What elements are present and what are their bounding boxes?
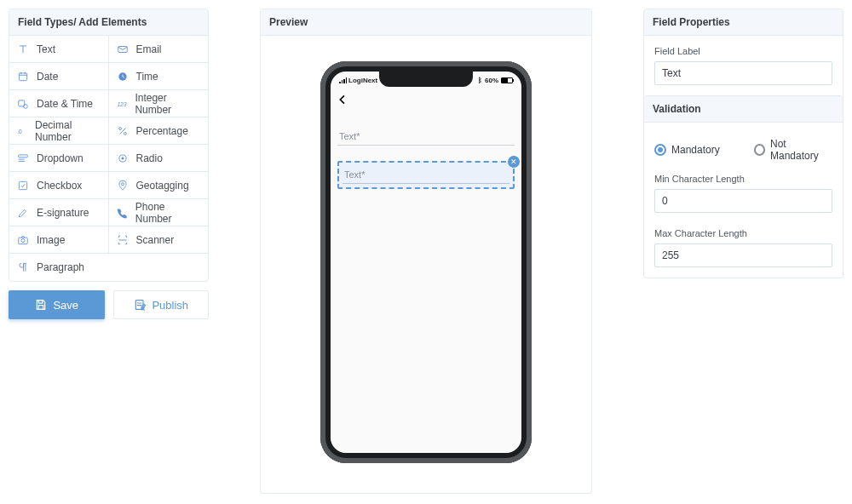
svg-point-7 — [118, 127, 121, 129]
calendar-icon — [16, 70, 30, 83]
min-length-caption: Min Character Length — [654, 174, 832, 184]
mandatory-radio[interactable]: Mandatory — [654, 144, 720, 156]
signature-icon — [16, 206, 30, 220]
camera-icon — [16, 233, 30, 247]
field-type-label: Email — [136, 43, 162, 55]
battery-icon — [501, 77, 513, 83]
email-icon — [116, 43, 130, 56]
field-type-radio[interactable]: Radio — [109, 145, 209, 172]
field-type-label: Date & Time — [37, 98, 93, 110]
mandatory-label: Mandatory — [671, 144, 720, 156]
preview-header: Preview — [261, 9, 591, 36]
field-type-email[interactable]: Email — [109, 36, 209, 63]
back-icon[interactable] — [336, 93, 349, 109]
field-type-label: Integer Number — [135, 92, 201, 116]
field-type-percentage[interactable]: Percentage — [109, 117, 209, 145]
phone-mockup: LogiNext ᛒ 60% Text* — [320, 61, 532, 463]
field-type-label: Time — [136, 71, 158, 83]
field-type-text[interactable]: Text — [9, 36, 109, 63]
svg-rect-1 — [19, 72, 26, 80]
calendar-clock-icon — [16, 97, 30, 111]
preview-field-2-selected[interactable]: ✕ Text* — [337, 161, 515, 189]
svg-rect-9 — [19, 154, 28, 157]
phone-icon — [116, 206, 129, 220]
field-type-label: Text — [37, 43, 55, 55]
dropdown-icon — [16, 152, 30, 165]
text-icon — [16, 43, 30, 56]
field-type-decimal[interactable]: .0 Decimal Number — [9, 117, 109, 145]
field-properties-panel: Field Properties Field Label Validation … — [643, 9, 843, 278]
svg-rect-17 — [39, 306, 43, 310]
save-button-label: Save — [53, 299, 78, 312]
bluetooth-icon: ᛒ — [478, 77, 482, 84]
checkbox-icon — [16, 179, 30, 192]
field-type-label: Decimal Number — [35, 119, 101, 143]
field-type-label: Paragraph — [37, 261, 84, 273]
field-type-phone[interactable]: Phone Number — [109, 199, 209, 226]
min-length-input[interactable] — [654, 189, 832, 213]
field-type-label: Date — [37, 71, 58, 83]
save-icon — [34, 298, 48, 312]
field-type-geotagging[interactable]: Geotagging — [109, 172, 209, 199]
field-type-scanner[interactable]: Scanner — [109, 226, 209, 254]
publish-button[interactable]: Publish — [113, 290, 210, 319]
radio-on-icon — [654, 144, 666, 156]
percent-icon — [116, 124, 130, 138]
field-type-label: Scanner — [136, 234, 175, 246]
field-type-dropdown[interactable]: Dropdown — [9, 145, 109, 172]
location-icon — [116, 179, 130, 192]
clock-icon — [116, 70, 130, 83]
preview-field-2: Text* — [343, 166, 509, 184]
preview-panel: Preview LogiNext ᛒ 60% — [260, 9, 592, 494]
battery-percentage: 60% — [485, 77, 498, 84]
field-types-header: Field Types/ Add Elements — [9, 9, 208, 36]
publish-button-label: Publish — [152, 299, 188, 312]
max-length-input[interactable] — [654, 243, 832, 267]
field-type-label: Dropdown — [37, 152, 83, 164]
svg-point-11 — [121, 157, 124, 159]
svg-point-13 — [121, 182, 124, 185]
field-label-caption: Field Label — [654, 46, 832, 56]
status-bar: LogiNext ᛒ 60% — [331, 72, 521, 89]
svg-point-8 — [124, 132, 126, 135]
field-type-label: Geotagging — [136, 180, 189, 192]
field-type-integer[interactable]: 123 Integer Number — [109, 90, 209, 117]
field-type-label: Checkbox — [37, 180, 82, 192]
paragraph-icon — [16, 261, 30, 274]
preview-field-1[interactable]: Text* — [337, 128, 515, 146]
not-mandatory-radio[interactable]: Not Mandatory — [754, 138, 832, 162]
save-button[interactable]: Save — [9, 290, 105, 319]
svg-text:.0: .0 — [17, 128, 22, 134]
field-type-label: Radio — [136, 152, 163, 164]
svg-rect-12 — [19, 181, 26, 189]
not-mandatory-label: Not Mandatory — [770, 138, 832, 162]
field-type-label: Image — [37, 234, 65, 246]
field-type-label: Percentage — [136, 125, 188, 137]
field-type-image[interactable]: Image — [9, 226, 109, 254]
svg-text:123: 123 — [118, 100, 127, 106]
field-type-paragraph[interactable]: Paragraph — [9, 254, 208, 281]
radio-icon — [116, 152, 130, 165]
field-type-datetime[interactable]: Date & Time — [9, 90, 109, 117]
field-types-grid: Text Email Date Time Date & Time — [9, 36, 208, 281]
max-length-caption: Max Character Length — [654, 228, 832, 238]
phone-screen: LogiNext ᛒ 60% Text* — [331, 72, 521, 453]
signal-icon — [339, 77, 347, 83]
publish-icon — [133, 298, 147, 312]
field-properties-header: Field Properties — [644, 9, 843, 36]
decimal-icon: .0 — [16, 124, 28, 138]
field-types-panel: Field Types/ Add Elements Text Email Dat… — [9, 9, 209, 282]
field-type-date[interactable]: Date — [9, 63, 109, 90]
validation-header: Validation — [644, 95, 843, 123]
remove-field-icon[interactable]: ✕ — [508, 156, 520, 168]
integer-icon: 123 — [116, 97, 129, 111]
svg-rect-0 — [118, 46, 127, 52]
carrier-name: LogiNext — [348, 77, 377, 84]
svg-rect-16 — [39, 301, 43, 303]
field-type-checkbox[interactable]: Checkbox — [9, 172, 109, 199]
radio-off-icon — [754, 144, 765, 156]
field-type-esignature[interactable]: E-signature — [9, 199, 109, 226]
field-type-time[interactable]: Time — [109, 63, 209, 90]
field-label-input[interactable] — [654, 61, 832, 85]
scanner-icon — [116, 233, 130, 247]
